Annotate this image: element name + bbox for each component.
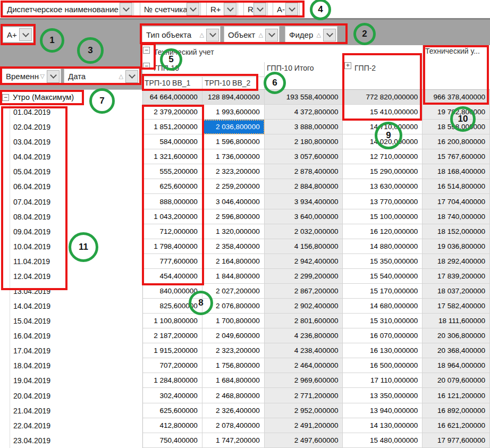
dropdown-arrow-icon[interactable] (47, 70, 60, 83)
value-cell[interactable]: 14 880,000000 (343, 239, 423, 254)
value-cell[interactable]: 18 292,400000 (423, 254, 490, 269)
value-cell[interactable]: 1 798,400000 (143, 239, 202, 254)
date-row[interactable]: 19.04.2019 (0, 373, 142, 388)
value-cell[interactable]: 2 187,200000 (143, 328, 202, 343)
value-cell[interactable]: 1 747,200000 (202, 433, 265, 448)
value-cell[interactable]: 20 368,400000 (423, 343, 490, 358)
value-cell[interactable]: 18 964,000000 (423, 358, 490, 373)
value-cell[interactable]: 19 782,800000 (423, 105, 490, 120)
date-row[interactable]: 05.04.2019 (0, 164, 142, 179)
value-cell[interactable]: 14 710,000000 (343, 120, 423, 134)
selected-cell[interactable]: 2 036,800000 (202, 120, 265, 134)
value-cell[interactable]: 19 036,800000 (423, 239, 490, 254)
column-field-chip-object[interactable]: Объект △ (224, 26, 280, 44)
value-cell[interactable]: 18 598,000000 (423, 120, 490, 134)
value-cell[interactable]: 16 514,800000 (423, 179, 490, 194)
value-cell[interactable]: 2 299,200000 (265, 269, 343, 284)
value-cell[interactable]: 15 310,000000 (343, 314, 423, 328)
value-cell[interactable]: 2 878,400000 (265, 164, 343, 179)
value-cell[interactable]: 825,600000 (143, 299, 202, 314)
expand-icon[interactable]: + (344, 62, 351, 69)
value-cell[interactable]: 15 767,600000 (423, 149, 490, 164)
value-cell[interactable]: 17 582,400000 (423, 299, 490, 314)
value-cell[interactable]: 1 321,600000 (143, 149, 202, 164)
value-cell[interactable]: 15 410,000000 (343, 105, 423, 120)
dropdown-arrow-icon[interactable] (19, 28, 32, 41)
date-row[interactable]: 08.04.2019 (0, 209, 142, 224)
value-cell[interactable]: 4 156,800000 (265, 239, 343, 254)
value-cell[interactable]: 1 100,800000 (143, 314, 202, 328)
date-row[interactable]: 21.04.2019 (0, 403, 142, 418)
value-cell[interactable]: 16 892,000000 (423, 403, 490, 418)
date-row[interactable]: 03.04.2019 (0, 134, 142, 149)
date-row[interactable]: 13.04.2019 (0, 284, 142, 299)
value-cell[interactable]: 13 350,000000 (343, 388, 423, 403)
value-cell[interactable]: 20 079,600000 (423, 373, 490, 388)
value-cell[interactable]: 1 320,000000 (202, 224, 265, 239)
value-cell[interactable]: 4 372,800000 (265, 105, 343, 120)
value-cell[interactable]: 2 942,400000 (265, 254, 343, 269)
value-cell[interactable]: 17 977,600000 (423, 433, 490, 448)
value-cell[interactable]: 16 621,200000 (423, 418, 490, 433)
value-cell[interactable]: 2 464,000000 (265, 358, 343, 373)
value-cell[interactable]: 17 839,200000 (423, 269, 490, 284)
value-cell[interactable]: 1 596,800000 (202, 134, 265, 149)
value-cell[interactable]: 707,200000 (143, 358, 202, 373)
column-field-chip-feeder[interactable]: Фидер △ (285, 26, 337, 44)
value-cell[interactable]: 1 915,200000 (143, 343, 202, 358)
value-cell[interactable]: 625,600000 (143, 403, 202, 418)
value-cell[interactable]: 2 032,000000 (265, 224, 343, 239)
value-cell[interactable]: 14 020,000000 (343, 134, 423, 149)
value-cell[interactable]: 4 236,800000 (265, 328, 343, 343)
value-cell[interactable]: 1 700,800000 (202, 314, 265, 328)
row-field-chip-time-zone[interactable]: Временная ▽ (2, 69, 61, 84)
value-cell[interactable]: 1 736,000000 (202, 149, 265, 164)
value-cell[interactable]: 302,400000 (143, 388, 202, 403)
value-cell[interactable]: 2 259,200000 (202, 179, 265, 194)
value-cell[interactable]: 13 770,000000 (343, 194, 423, 209)
date-row[interactable]: 18.04.2019 (0, 358, 142, 373)
value-cell[interactable]: 772 820,000000 (343, 90, 423, 105)
date-row[interactable]: 02.04.2019 (0, 120, 142, 134)
value-cell[interactable]: 555,200000 (143, 164, 202, 179)
value-cell[interactable]: 13 940,000000 (343, 403, 423, 418)
value-cell[interactable]: 13 630,000000 (343, 179, 423, 194)
value-cell[interactable]: 3 640,000000 (265, 209, 343, 224)
value-cell[interactable]: 1 993,600000 (202, 105, 265, 120)
value-cell[interactable]: 16 121,200000 (423, 388, 490, 403)
value-cell[interactable]: 625,600000 (143, 179, 202, 194)
value-cell[interactable]: 17 704,400000 (423, 194, 490, 209)
value-cell[interactable]: 2 952,000000 (265, 403, 343, 418)
value-cell[interactable]: 1 284,800000 (143, 373, 202, 388)
value-cell[interactable]: 15 100,000000 (343, 209, 423, 224)
date-row[interactable]: 04.04.2019 (0, 149, 142, 164)
value-cell[interactable]: 20 306,800000 (423, 328, 490, 343)
date-row[interactable]: 10.04.2019 (0, 239, 142, 254)
value-cell[interactable]: 16 120,000000 (343, 224, 423, 239)
date-row[interactable]: 07.04.2019 (0, 194, 142, 209)
value-cell[interactable]: 2 326,400000 (202, 403, 265, 418)
value-cell[interactable]: 64 664,000000 (143, 90, 202, 105)
value-cell[interactable]: 3 934,400000 (265, 194, 343, 209)
date-row[interactable]: 14.04.2019 (0, 299, 142, 314)
dropdown-arrow-icon[interactable] (285, 3, 298, 15)
value-cell[interactable]: 2 049,600000 (202, 328, 265, 343)
value-cell[interactable]: 18 740,000000 (423, 209, 490, 224)
value-cell[interactable]: 3 046,400000 (202, 194, 265, 209)
data-field-chip-a-plus[interactable]: A+ (3, 27, 33, 43)
value-cell[interactable]: 18 168,400000 (423, 164, 490, 179)
row-group-header[interactable]: − Утро (Максимум) (0, 90, 142, 105)
value-cell[interactable]: 840,000000 (143, 284, 202, 299)
value-cell[interactable]: 1 844,800000 (202, 269, 265, 284)
value-cell[interactable]: 14 680,000000 (343, 299, 423, 314)
filter-chip-r-plus[interactable]: R+ (206, 2, 238, 16)
value-cell[interactable]: 15 170,000000 (343, 284, 423, 299)
value-cell[interactable]: 712,000000 (143, 224, 202, 239)
value-cell[interactable]: 14 130,000000 (343, 418, 423, 433)
value-cell[interactable]: 18 111,600000 (423, 314, 490, 328)
value-cell[interactable]: 12 710,000000 (343, 149, 423, 164)
value-cell[interactable]: 128 894,400000 (202, 90, 265, 105)
date-row[interactable]: 16.04.2019 (0, 328, 142, 343)
value-cell[interactable]: 454,400000 (143, 269, 202, 284)
value-cell[interactable]: 2 027,200000 (202, 284, 265, 299)
